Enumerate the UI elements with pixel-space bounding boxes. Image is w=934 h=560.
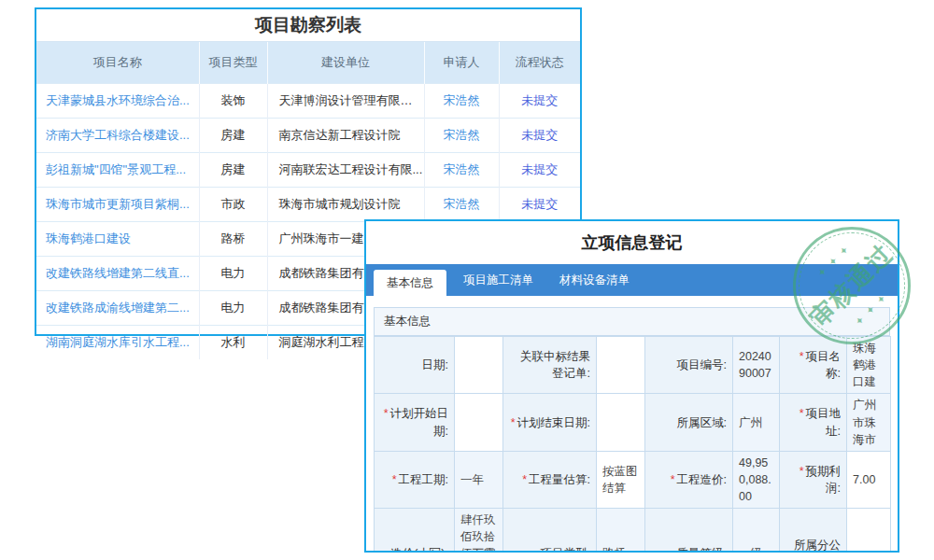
project-name-link[interactable]: 改建铁路成渝线增建第二... (36, 291, 199, 326)
project-type-cell: 路桥 (199, 222, 267, 257)
branch-company-input[interactable] (847, 509, 891, 553)
applicant-cell: 宋浩然 (424, 84, 499, 119)
table-row: 彭祖新城"四馆"景观工程... 房建 河南联宏达工程设计有限... 宋浩然 未提… (36, 153, 580, 188)
field-label-cost-in-words: 造价(大写): (375, 509, 455, 553)
project-type-cell: 电力 (199, 257, 267, 291)
region-value: 广州 (733, 394, 780, 451)
field-label-plan-end-date: *计划结束日期: (503, 394, 597, 451)
required-marker: * (800, 465, 804, 478)
form-row: *工程工期: 一年 *工程量估算: 按蓝图结算 *工程造价: 49,950,08… (375, 451, 891, 508)
column-header-construction-unit: 建设单位 (267, 42, 424, 84)
field-label-branch-company: 所属分公司: (780, 509, 847, 553)
project-address-value: 广州市珠海市 (847, 394, 891, 451)
project-name-link[interactable]: 彭祖新城"四馆"景观工程... (36, 153, 199, 188)
construction-unit-cell: 南京信达新工程设计院 (267, 119, 424, 153)
project-number-value: 2024090007 (733, 337, 780, 394)
column-header-workflow-status: 流程状态 (499, 42, 580, 84)
required-marker: * (671, 473, 675, 486)
tab-basic-info[interactable]: 基本信息 (374, 270, 446, 296)
form-row: 日期: 关联中标结果登记单: 项目编号: 2024090007 *项目名称: 珠… (375, 337, 891, 394)
project-type-cell: 房建 (199, 119, 267, 153)
field-label-project-number: 项目编号: (645, 337, 733, 394)
project-name-link[interactable]: 珠海鹤港口建设 (36, 222, 199, 257)
form-content: 基本信息 日期: 关联中标结果登记单: 项目编号: 2024090007 *项目… (366, 296, 898, 553)
column-header-project-name: 项目名称 (36, 42, 199, 84)
project-name-link[interactable]: 湖南洞庭湖水库引水工程... (36, 326, 199, 360)
project-type-cell: 装饰 (199, 84, 267, 119)
cost-in-words-value: 肆仟玖佰玖拾伍万零捌拾捌元整 (455, 509, 503, 553)
tab-materials-equipment-list[interactable]: 材料设备清单 (546, 264, 643, 296)
project-name-link[interactable]: 天津蒙城县水环境综合治... (36, 84, 199, 119)
quality-grade-value: 一级 (733, 509, 780, 553)
applicant-cell: 宋浩然 (424, 153, 499, 188)
required-marker: * (392, 473, 397, 486)
tab-construction-list[interactable]: 项目施工清单 (450, 264, 546, 296)
project-type-cell: 水利 (199, 326, 267, 360)
applicant-cell: 宋浩然 (424, 119, 499, 153)
quantity-estimate-input[interactable]: 按蓝图结算 (597, 451, 645, 508)
project-duration-value: 一年 (455, 451, 503, 508)
field-label-bid-result: 关联中标结果登记单: (503, 337, 597, 394)
field-label-project-address: *项目地址: (780, 394, 847, 451)
form-row: *计划开始日期: *计划结束日期: 所属区域: 广州 *项目地址: 广州市珠海市 (375, 394, 891, 451)
column-header-project-type: 项目类型 (199, 42, 267, 84)
status-badge: 未提交 (499, 153, 580, 188)
field-label-project-type: 项目类型: (503, 509, 597, 553)
form-row: 造价(大写): 肆仟玖佰玖拾伍万零捌拾捌元整 项目类型: 路桥 质量等级: 一级… (375, 509, 891, 553)
form-title: 立项信息登记 (366, 221, 898, 264)
construction-unit-cell: 河南联宏达工程设计有限... (267, 153, 424, 188)
plan-end-date-input[interactable] (597, 394, 645, 451)
field-label-quantity-estimate: *工程量估算: (503, 451, 597, 508)
project-type-cell: 房建 (199, 153, 267, 188)
required-marker: * (384, 407, 389, 420)
construction-unit-cell: 天津博润设计管理有限公司 (267, 84, 424, 119)
basic-info-table: 日期: 关联中标结果登记单: 项目编号: 2024090007 *项目名称: 珠… (374, 336, 891, 553)
required-marker: * (522, 473, 527, 486)
form-tab-bar: 基本信息 项目施工清单 材料设备清单 (366, 264, 898, 296)
table-row: 济南大学工科综合楼建设... 房建 南京信达新工程设计院 宋浩然 未提交 (36, 119, 580, 153)
expected-profit-input[interactable]: 7.00 (847, 451, 891, 508)
field-label-region: 所属区域: (645, 394, 733, 451)
project-name-value: 珠海鹤港口建 (847, 337, 891, 394)
field-label-plan-start-date: *计划开始日期: (375, 394, 455, 451)
plan-start-date-input[interactable] (455, 394, 503, 451)
project-name-link[interactable]: 改建铁路线增建第二线直... (36, 257, 199, 291)
survey-header-row: 项目名称 项目类型 建设单位 申请人 流程状态 (36, 42, 580, 84)
field-label-expected-profit: *预期利润: (780, 451, 847, 508)
field-label-project-duration: *工程工期: (375, 451, 455, 508)
survey-list-title: 项目勘察列表 (36, 9, 580, 42)
required-marker: * (800, 350, 804, 363)
project-type-cell: 电力 (199, 291, 267, 326)
required-marker: * (511, 416, 516, 429)
field-label-project-name: *项目名称: (780, 337, 847, 394)
status-badge: 未提交 (499, 188, 580, 222)
project-name-link[interactable]: 济南大学工科综合楼建设... (36, 119, 199, 153)
bid-result-input[interactable] (597, 337, 645, 394)
status-badge: 未提交 (499, 119, 580, 153)
table-row: 天津蒙城县水环境综合治... 装饰 天津博润设计管理有限公司 宋浩然 未提交 (36, 84, 580, 119)
field-label-date: 日期: (375, 337, 455, 394)
section-header-basic-info: 基本信息 (374, 307, 890, 336)
status-badge: 未提交 (499, 84, 580, 119)
project-cost-value: 49,950,088.00 (733, 451, 780, 508)
project-type-cell: 市政 (199, 188, 267, 222)
field-label-quality-grade: 质量等级: (645, 509, 733, 553)
required-marker: * (800, 407, 804, 420)
table-row: 珠海市城市更新项目紫桐... 市政 珠海市城市规划设计院 宋浩然 未提交 (36, 188, 580, 222)
registration-form-panel: 立项信息登记 基本信息 项目施工清单 材料设备清单 基本信息 日期: 关联中标结… (364, 219, 899, 553)
applicant-cell: 宋浩然 (424, 188, 499, 222)
field-label-project-cost: *工程造价: (645, 451, 733, 508)
project-type-value: 路桥 (597, 509, 645, 553)
date-input[interactable] (455, 337, 503, 394)
construction-unit-cell: 珠海市城市规划设计院 (267, 188, 424, 222)
column-header-applicant: 申请人 (424, 42, 499, 84)
project-name-link[interactable]: 珠海市城市更新项目紫桐... (36, 188, 199, 222)
